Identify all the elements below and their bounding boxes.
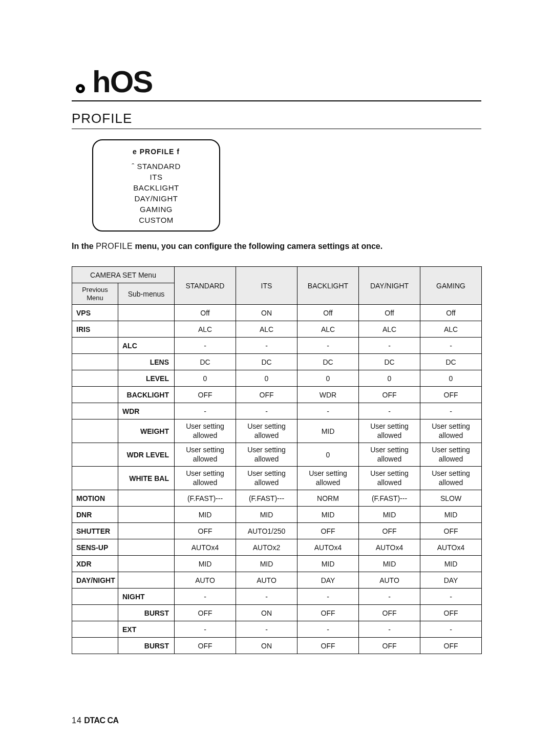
value-cell: MID bbox=[359, 507, 420, 523]
value-cell: AUTOx4 bbox=[175, 539, 236, 556]
row-submenu bbox=[118, 539, 175, 556]
value-cell: 0 bbox=[420, 370, 482, 387]
value-cell: OFF bbox=[297, 523, 359, 539]
value-cell: AUTO bbox=[236, 572, 297, 589]
value-cell: OFF bbox=[175, 523, 236, 539]
value-cell: SLOW bbox=[420, 490, 482, 507]
row-submenu: BACKLIGHT bbox=[118, 387, 175, 403]
page-footer: 14 DTAC CA bbox=[72, 716, 119, 725]
value-cell: Off bbox=[359, 305, 420, 321]
table-row: SHUTTEROFFAUTO1/250OFFOFFOFF bbox=[72, 523, 482, 539]
table-row: MOTION(F.FAST)---(F.FAST)---NORM(F.FAST)… bbox=[72, 490, 482, 507]
table-row: LEVEL00000 bbox=[72, 370, 482, 387]
osd-title: PROFILE bbox=[140, 148, 175, 156]
row-submenu: BURST bbox=[118, 605, 175, 621]
value-cell: - bbox=[236, 338, 297, 354]
value-cell: Off bbox=[420, 305, 482, 321]
value-cell: DC bbox=[236, 354, 297, 370]
row-prev-menu: XDR bbox=[72, 556, 118, 572]
row-prev-menu: SHUTTER bbox=[72, 523, 118, 539]
osd-arrow-right-icon: f bbox=[177, 148, 180, 156]
value-cell: ALC bbox=[297, 321, 359, 338]
table-row: ALC----- bbox=[72, 338, 482, 354]
row-submenu bbox=[118, 321, 175, 338]
row-submenu bbox=[118, 305, 175, 321]
value-cell: OFF bbox=[420, 605, 482, 621]
value-cell: AUTO1/250 bbox=[236, 523, 297, 539]
value-cell: - bbox=[359, 621, 420, 638]
value-cell: MID bbox=[420, 507, 482, 523]
value-cell: ALC bbox=[175, 321, 236, 338]
table-row: SENS-UPAUTOx4AUTOx2AUTOx4AUTOx4AUTOx4 bbox=[72, 539, 482, 556]
value-cell: OFF bbox=[359, 605, 420, 621]
row-submenu bbox=[118, 572, 175, 589]
value-cell: DC bbox=[175, 354, 236, 370]
value-cell: OFF bbox=[359, 638, 420, 654]
value-cell: - bbox=[420, 621, 482, 638]
row-prev-menu bbox=[72, 387, 118, 403]
value-cell: OFF bbox=[420, 638, 482, 654]
value-cell: NORM bbox=[297, 490, 359, 507]
section-title: PROFILE bbox=[72, 111, 481, 127]
value-cell: - bbox=[359, 589, 420, 605]
row-submenu: WDR LEVEL bbox=[118, 443, 175, 467]
value-cell: - bbox=[297, 589, 359, 605]
row-prev-menu: VPS bbox=[72, 305, 118, 321]
table-row: VPSOffONOffOffOff bbox=[72, 305, 482, 321]
value-cell: DAY bbox=[297, 572, 359, 589]
row-submenu: WEIGHT bbox=[118, 419, 175, 443]
value-cell: ALC bbox=[236, 321, 297, 338]
osd-item: GAMING bbox=[102, 204, 210, 215]
value-cell: User settingallowed bbox=[420, 443, 482, 467]
value-cell: DC bbox=[297, 354, 359, 370]
value-cell: OFF bbox=[175, 605, 236, 621]
value-cell: AUTO bbox=[359, 572, 420, 589]
value-cell: - bbox=[359, 403, 420, 419]
value-cell: OFF bbox=[297, 605, 359, 621]
value-cell: ON bbox=[236, 605, 297, 621]
value-cell: AUTOx4 bbox=[359, 539, 420, 556]
osd-menu-box: e PROFILE f ˆ STANDARD ITS BACKLIGHT DAY… bbox=[92, 139, 220, 232]
value-cell: Off bbox=[175, 305, 236, 321]
row-submenu: NIGHT bbox=[118, 589, 175, 605]
col-its: ITS bbox=[236, 267, 297, 305]
row-submenu: ALC bbox=[118, 338, 175, 354]
value-cell: - bbox=[297, 621, 359, 638]
table-row: DNRMIDMIDMIDMIDMID bbox=[72, 507, 482, 523]
section-rule bbox=[72, 129, 481, 129]
row-prev-menu bbox=[72, 338, 118, 354]
table-row: BURSTOFFONOFFOFFOFF bbox=[72, 605, 482, 621]
value-cell: AUTOx2 bbox=[236, 539, 297, 556]
table-row: WDR----- bbox=[72, 403, 482, 419]
value-cell: AUTOx4 bbox=[420, 539, 482, 556]
osd-item: DAY/NIGHT bbox=[102, 193, 210, 204]
row-prev-menu: DAY/NIGHT bbox=[72, 572, 118, 589]
table-row: IRISALCALCALCALCALC bbox=[72, 321, 482, 338]
value-cell: DAY bbox=[420, 572, 482, 589]
value-cell: MID bbox=[297, 419, 359, 443]
row-prev-menu bbox=[72, 403, 118, 419]
value-cell: - bbox=[420, 589, 482, 605]
value-cell: User settingallowed bbox=[236, 467, 297, 490]
col-daynight: DAY/NIGHT bbox=[359, 267, 420, 305]
value-cell: - bbox=[175, 338, 236, 354]
value-cell: - bbox=[359, 338, 420, 354]
value-cell: MID bbox=[175, 507, 236, 523]
table-row: LENSDCDCDCDCDC bbox=[72, 354, 482, 370]
row-prev-menu: IRIS bbox=[72, 321, 118, 338]
col-submenus: Sub-menus bbox=[118, 283, 175, 305]
value-cell: (F.FAST)--- bbox=[236, 490, 297, 507]
value-cell: 0 bbox=[175, 370, 236, 387]
value-cell: MID bbox=[236, 556, 297, 572]
value-cell: DC bbox=[420, 354, 482, 370]
page-title: hOS bbox=[92, 67, 152, 97]
value-cell: MID bbox=[297, 507, 359, 523]
table-row: XDRMIDMIDMIDMIDMID bbox=[72, 556, 482, 572]
value-cell: WDR bbox=[297, 387, 359, 403]
bullet-icon bbox=[72, 82, 89, 99]
osd-item: BACKLIGHT bbox=[102, 182, 210, 193]
footer-text: DTAC CA bbox=[84, 716, 118, 725]
value-cell: (F.FAST)--- bbox=[175, 490, 236, 507]
table-row: BACKLIGHTOFFOFFWDROFFOFF bbox=[72, 387, 482, 403]
osd-arrow-left-icon: e bbox=[133, 148, 137, 156]
